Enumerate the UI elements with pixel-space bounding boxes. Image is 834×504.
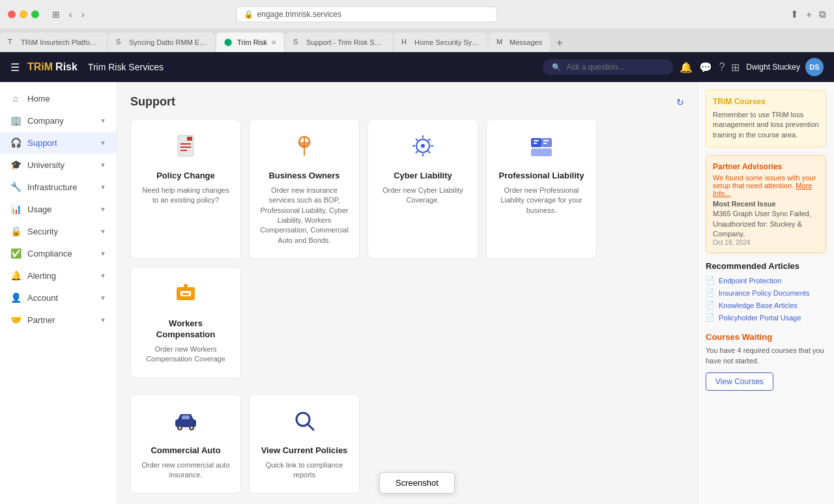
- tab-3-favicon: ⬤: [224, 38, 233, 47]
- sidebar-label-account: Account: [27, 293, 58, 303]
- svg-rect-20: [534, 140, 539, 141]
- card-commercial-auto[interactable]: Commercial Auto Order new commercial aut…: [130, 394, 241, 494]
- svg-rect-33: [182, 415, 190, 419]
- bell-icon[interactable]: 🔔: [680, 61, 693, 74]
- chat-icon[interactable]: 💬: [699, 61, 712, 74]
- svg-point-32: [190, 427, 193, 429]
- user-info: Dwight Stuckey DS: [746, 58, 824, 76]
- card-view-current-policies[interactable]: View Current Policies Quick link to comp…: [249, 394, 360, 494]
- sidebar-item-infrastructure[interactable]: 🔧 Infrastructure ▼: [0, 176, 117, 198]
- article-link-insurance-policy[interactable]: Insurance Policy Documents: [719, 289, 809, 297]
- tab-1[interactable]: T TRiM Insurtech Platform Overview: [0, 33, 107, 52]
- forward-button[interactable]: ›: [79, 8, 87, 21]
- svg-point-30: [179, 427, 181, 429]
- company-icon: 🏢: [10, 115, 21, 126]
- browser-titlebar: ⊞ ‹ › 🔒 engage.trimrisk.services ⬆ ＋ ⧉: [0, 0, 834, 29]
- search-icon: 🔍: [552, 63, 561, 72]
- tab-4-favicon: S: [293, 38, 302, 47]
- traffic-lights: [8, 10, 39, 18]
- doc-icon-2: 📄: [706, 288, 715, 297]
- svg-rect-22: [543, 140, 549, 141]
- sidebar-item-support[interactable]: 🎧 Support ▼: [0, 132, 117, 154]
- sidebar-item-university[interactable]: 🎓 University ▼: [0, 154, 117, 176]
- avatar[interactable]: DS: [805, 58, 824, 76]
- browser-nav-controls: ⊞ ‹ ›: [50, 8, 87, 21]
- view-courses-button[interactable]: View Courses: [706, 372, 773, 391]
- share-icon[interactable]: ⬆: [790, 8, 799, 21]
- chevron-down-icon-university: ▼: [100, 161, 106, 169]
- hamburger-menu-icon[interactable]: ☰: [10, 61, 20, 74]
- windows-icon[interactable]: ⧉: [819, 8, 826, 21]
- browser-actions: ⬆ ＋ ⧉: [790, 8, 826, 21]
- commercial-insurance-cards: Policy Change Need help making changes t…: [130, 119, 684, 378]
- search-input[interactable]: [566, 63, 657, 72]
- new-tab-icon[interactable]: ＋: [804, 8, 814, 21]
- card-view-policies-title: View Current Policies: [260, 445, 349, 456]
- sidebar-item-account[interactable]: 👤 Account ▼: [0, 287, 117, 309]
- search-bar[interactable]: 🔍: [543, 59, 673, 75]
- screenshot-button[interactable]: Screenshot: [379, 472, 455, 494]
- sidebar-toggle-button[interactable]: ⊞: [50, 8, 63, 21]
- tab-3-close[interactable]: ✕: [271, 39, 276, 46]
- usage-icon: 📊: [10, 204, 21, 214]
- card-workers-compensation-title: Workers Compensation: [141, 318, 230, 341]
- card-commercial-auto-title: Commercial Auto: [141, 445, 230, 456]
- recommended-articles-section: Recommended Articles 📄 Endpoint Protecti…: [706, 261, 826, 322]
- article-link-endpoint-protection[interactable]: Endpoint Protection: [719, 277, 781, 285]
- sidebar-item-alerting[interactable]: 🔔 Alerting ▼: [0, 264, 117, 287]
- chevron-down-icon-usage: ▼: [100, 206, 106, 213]
- svg-rect-4: [187, 137, 192, 141]
- account-icon: 👤: [10, 292, 21, 303]
- compliance-icon: ✅: [10, 248, 21, 259]
- sidebar-item-partner[interactable]: 🤝 Partner ▼: [0, 309, 117, 331]
- partner-advisories-box: Partner Advisories We found some issues …: [706, 155, 826, 253]
- card-professional-liability[interactable]: Professional Liability Order new Profess…: [486, 119, 597, 259]
- svg-rect-2: [180, 147, 191, 148]
- new-tab-button[interactable]: +: [551, 34, 568, 52]
- partner-issue-date: Oct 18, 2024: [713, 239, 819, 246]
- tab-3-active[interactable]: ⬤ Trim Risk ✕: [216, 33, 284, 52]
- sidebar-item-company[interactable]: 🏢 Company ▼: [0, 109, 117, 132]
- minimize-button[interactable]: [20, 10, 27, 18]
- refresh-icon[interactable]: ↻: [676, 97, 684, 107]
- card-workers-compensation[interactable]: Workers Compensation Order new Workers C…: [130, 267, 241, 378]
- back-button[interactable]: ‹: [66, 8, 75, 21]
- card-business-owners[interactable]: Business Owners Order new insurance serv…: [249, 119, 360, 259]
- header-right: 🔍 🔔 💬 ? ⊞ Dwight Stuckey DS: [543, 58, 824, 76]
- article-item-policyholder: 📄 Policyholder Portal Usage: [706, 313, 826, 322]
- address-bar[interactable]: 🔒 engage.trimrisk.services: [237, 7, 497, 22]
- tab-5[interactable]: H Home Security Systems by ADT: [394, 33, 487, 52]
- tab-4[interactable]: S Support - Trim Risk Services: [285, 33, 392, 52]
- logo-trim: TRiM: [27, 61, 53, 73]
- article-link-policyholder[interactable]: Policyholder Portal Usage: [719, 314, 801, 322]
- card-cyber-liability[interactable]: Cyber Liability Order new Cyber Liabilit…: [367, 119, 478, 259]
- chevron-down-icon-support: ▼: [100, 139, 106, 147]
- sidebar-item-home[interactable]: ⌂ Home: [0, 87, 117, 109]
- question-icon[interactable]: ?: [719, 61, 725, 74]
- policy-change-icon: [141, 133, 230, 164]
- sidebar-item-security[interactable]: 🔒 Security ▼: [0, 220, 117, 242]
- sidebar-item-compliance[interactable]: ✅ Compliance ▼: [0, 242, 117, 264]
- tab-6[interactable]: M Messages: [489, 33, 550, 52]
- close-button[interactable]: [8, 10, 16, 18]
- trim-courses-box: TRiM Courses Remember to use TRiM loss m…: [706, 90, 826, 147]
- sidebar-item-usage[interactable]: 📊 Usage ▼: [0, 198, 117, 220]
- sidebar-label-alerting: Alerting: [27, 271, 56, 281]
- svg-line-12: [416, 139, 418, 141]
- chevron-down-icon-compliance: ▼: [100, 250, 106, 257]
- sidebar-label-security: Security: [27, 227, 58, 236]
- chevron-down-icon-partner: ▼: [100, 316, 106, 324]
- grid-icon[interactable]: ⊞: [731, 61, 740, 74]
- maximize-button[interactable]: [31, 10, 39, 18]
- svg-line-13: [428, 139, 430, 141]
- app-container: ☰ TRiMRisk Trim Risk Services 🔍 🔔 💬 ? ⊞ …: [0, 52, 834, 504]
- sidebar-label-home: Home: [27, 94, 50, 104]
- partner-issue-label: Most Recent Issue: [713, 200, 819, 208]
- tab-2[interactable]: S Syncing Datto RMM Endpoints – Clo...: [108, 33, 215, 52]
- card-policy-change[interactable]: Policy Change Need help making changes t…: [130, 119, 241, 259]
- sidebar-label-support: Support: [27, 138, 57, 148]
- svg-point-16: [421, 144, 425, 148]
- article-link-knowledge-base[interactable]: Knowledge Base Articles: [719, 301, 798, 309]
- sidebar: ⌂ Home 🏢 Company ▼ 🎧 Support ▼ 🎓 Univers…: [0, 82, 117, 504]
- user-name: Dwight Stuckey: [746, 63, 800, 72]
